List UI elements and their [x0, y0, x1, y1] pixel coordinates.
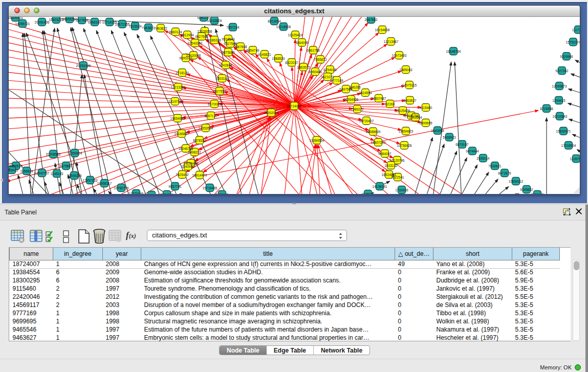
svg-text:14055721: 14055721	[15, 22, 30, 26]
svg-text:15716485: 15716485	[203, 186, 217, 190]
svg-text:14136141: 14136141	[373, 185, 387, 188]
svg-text:8215958: 8215958	[540, 107, 553, 111]
svg-text:9146821: 9146821	[258, 53, 271, 56]
svg-text:16648784: 16648784	[446, 50, 461, 53]
svg-text:17359924: 17359924	[68, 151, 82, 155]
svg-text:19166827: 19166827	[175, 132, 189, 136]
svg-text:6966160: 6966160	[88, 20, 101, 24]
svg-text:3624554: 3624554	[359, 91, 372, 95]
svg-text:16671355: 16671355	[115, 23, 130, 26]
svg-text:7625402: 7625402	[176, 173, 189, 177]
svg-text:19654923: 19654923	[399, 129, 413, 133]
svg-text:16210643: 16210643	[553, 115, 568, 118]
svg-text:8471676: 8471676	[498, 171, 511, 175]
svg-text:8660124: 8660124	[169, 30, 182, 34]
svg-text:1733426: 1733426	[395, 188, 408, 192]
svg-text:8813054: 8813054	[268, 19, 281, 23]
svg-text:2522541: 2522541	[391, 176, 404, 179]
svg-text:17016504: 17016504	[561, 144, 576, 147]
svg-text:10654112: 10654112	[509, 180, 524, 183]
svg-text:8454749: 8454749	[246, 49, 259, 52]
svg-text:8427552: 8427552	[213, 90, 226, 93]
svg-text:12942757: 12942757	[35, 171, 50, 175]
svg-text:23226058: 23226058	[198, 30, 212, 33]
svg-text:12353594: 12353594	[199, 126, 213, 130]
svg-text:1527602: 1527602	[75, 18, 89, 22]
svg-text:19384554: 19384554	[310, 139, 324, 142]
svg-text:62160: 62160	[385, 102, 395, 106]
svg-text:3267110: 3267110	[9, 168, 11, 171]
svg-text:7654021: 7654021	[160, 193, 173, 194]
svg-text:10756928: 10756928	[397, 144, 412, 147]
svg-text:8990448: 8990448	[309, 70, 322, 74]
svg-text:2803144: 2803144	[215, 77, 229, 80]
svg-text:8878352: 8878352	[193, 139, 206, 142]
svg-text:6170061: 6170061	[208, 102, 221, 106]
svg-text:16914479: 16914479	[192, 173, 207, 177]
svg-text:1156829: 1156829	[20, 169, 33, 173]
svg-text:7632621: 7632621	[488, 164, 502, 168]
svg-text:9777169: 9777169	[330, 79, 343, 82]
svg-text:7463821: 7463821	[142, 26, 155, 30]
svg-text:20364436: 20364436	[344, 98, 359, 101]
svg-text:746266: 746266	[350, 85, 361, 89]
svg-text:3498222: 3498222	[188, 150, 201, 154]
svg-text:19654985: 19654985	[170, 117, 185, 120]
svg-text:9115460: 9115460	[420, 106, 432, 110]
svg-text:15720407: 15720407	[359, 119, 374, 123]
svg-text:12213382: 12213382	[171, 85, 186, 89]
svg-text:16154808: 16154808	[375, 28, 390, 32]
svg-text:7986372: 7986372	[351, 107, 364, 111]
svg-text:1549564: 1549564	[409, 116, 422, 119]
svg-text:2935114: 2935114	[477, 157, 490, 160]
svg-text:2087682: 2087682	[364, 18, 378, 21]
svg-text:8912954: 8912954	[181, 33, 194, 37]
svg-text:18724007: 18724007	[287, 104, 302, 108]
svg-text:10543382: 10543382	[188, 41, 203, 45]
svg-text:1640954: 1640954	[431, 129, 444, 133]
svg-text:1588520: 1588520	[272, 57, 285, 60]
svg-text:10120746: 10120746	[390, 159, 405, 162]
svg-text:1244415: 1244415	[552, 99, 565, 102]
svg-text:18403212: 18403212	[49, 18, 64, 21]
svg-text:8301123: 8301123	[531, 193, 544, 194]
svg-text:9242848: 9242848	[219, 63, 232, 67]
svg-text:20053346: 20053346	[76, 64, 91, 68]
svg-text:15692971: 15692971	[556, 129, 571, 133]
svg-text:9375867: 9375867	[59, 164, 73, 168]
svg-text:1126753: 1126753	[570, 157, 580, 161]
svg-text:10688609: 10688609	[366, 130, 381, 134]
svg-text:8267130: 8267130	[204, 114, 217, 118]
svg-text:17957253: 17957253	[83, 179, 98, 182]
svg-text:9329966: 9329966	[560, 55, 573, 58]
svg-text:6794028: 6794028	[323, 68, 337, 72]
svg-text:9463627: 9463627	[403, 99, 417, 102]
svg-text:2718120: 2718120	[176, 71, 189, 75]
svg-text:7485063: 7485063	[399, 68, 412, 72]
svg-text:12975115: 12975115	[402, 83, 417, 87]
svg-text:1615132: 1615132	[384, 164, 398, 167]
svg-text:12093873: 12093873	[552, 84, 567, 88]
svg-text:15751074: 15751074	[566, 40, 580, 44]
svg-text:9457791: 9457791	[168, 185, 182, 188]
svg-text:16782759: 16782759	[114, 186, 129, 190]
svg-text:1319754: 1319754	[168, 100, 182, 103]
svg-text:9227342: 9227342	[555, 69, 569, 73]
svg-text:11325419: 11325419	[288, 33, 303, 37]
svg-text:2367608: 2367608	[234, 45, 247, 49]
svg-text:7857224: 7857224	[226, 26, 239, 29]
svg-text:12213967: 12213967	[384, 40, 399, 43]
svg-text:9474444: 9474444	[466, 149, 479, 153]
svg-text:19218506: 19218506	[276, 25, 291, 29]
svg-text:5938923: 5938923	[443, 136, 456, 139]
svg-text:6961758: 6961758	[307, 49, 320, 52]
svg-text:8322037: 8322037	[285, 61, 298, 64]
svg-text:12505135: 12505135	[67, 174, 82, 178]
svg-text:8186328: 8186328	[208, 38, 221, 42]
svg-text:1145193: 1145193	[51, 172, 63, 176]
svg-text:16309303: 16309303	[9, 17, 23, 19]
svg-text:1117704: 1117704	[572, 28, 580, 32]
svg-text:1540990: 1540990	[181, 165, 194, 168]
svg-text:16033809: 16033809	[207, 19, 222, 23]
svg-text:9084067: 9084067	[378, 152, 391, 156]
